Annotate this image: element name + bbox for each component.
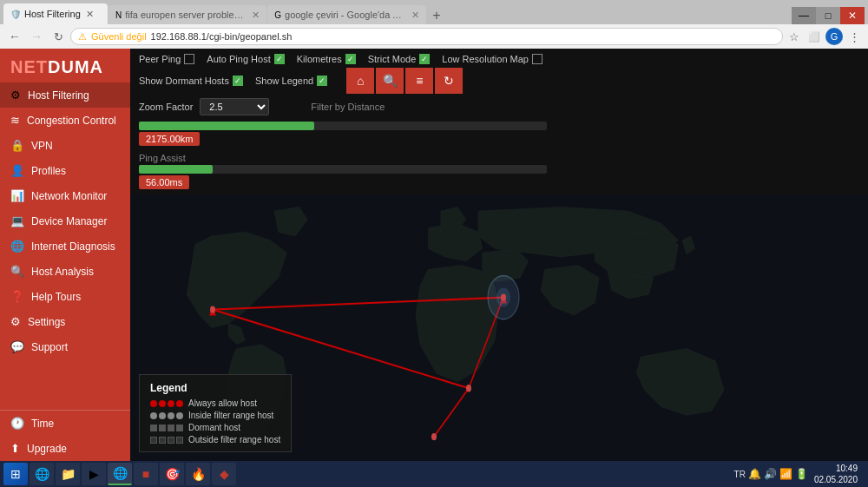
internet-diagnosis-icon: 🌐 bbox=[10, 240, 24, 253]
menu-button[interactable]: ⋮ bbox=[845, 28, 863, 45]
show-dormant-hosts-label: Show Dormant Hosts bbox=[139, 76, 229, 86]
sidebar-item-network-monitor[interactable]: 📊 Network Monitor bbox=[0, 183, 130, 208]
zoom-select[interactable]: 2.5 bbox=[200, 98, 269, 115]
distance-slider-track[interactable] bbox=[139, 122, 547, 130]
svg-point-9 bbox=[210, 306, 215, 313]
host-analysis-label: Host Analysis bbox=[31, 266, 94, 278]
sidebar-item-help-tours[interactable]: ❓ Help Tours bbox=[0, 284, 130, 309]
search-action-button[interactable]: 🔍 bbox=[376, 68, 404, 94]
table-action-button[interactable]: ≡ bbox=[405, 68, 433, 94]
taskbar-item-chrome[interactable]: 🌐 bbox=[108, 463, 132, 485]
browser-chrome: 🛡️ Host Filtering ✕ N fifa europen serve… bbox=[0, 0, 868, 49]
home-action-button[interactable]: ⌂ bbox=[346, 68, 374, 94]
svg-point-8 bbox=[501, 293, 506, 300]
tab-favicon-1: 🛡️ bbox=[10, 10, 21, 19]
auto-ping-host-checkbox[interactable]: ✓ bbox=[274, 54, 285, 64]
sidebar-item-upgrade[interactable]: ⬆ Upgrade bbox=[0, 436, 130, 461]
refresh-action-button[interactable]: ↻ bbox=[435, 68, 463, 94]
sidebar-item-support[interactable]: 💬 Support bbox=[0, 334, 130, 359]
legend-item-inside-filter: Inside filter range host bbox=[150, 411, 280, 420]
legend-dots-outside-filter bbox=[150, 437, 183, 444]
auto-ping-host-control: Auto Ping Host ✓ bbox=[207, 54, 284, 64]
strict-mode-checkbox[interactable]: ✓ bbox=[419, 54, 430, 64]
upgrade-icon: ⬆ bbox=[10, 442, 20, 455]
taskbar-item-app4[interactable]: ◆ bbox=[212, 463, 236, 485]
congestion-control-label: Congestion Control bbox=[27, 115, 116, 127]
new-tab-button[interactable]: + bbox=[427, 7, 446, 24]
zoom-row: Zoom Factor 2.5 Filter by Distance bbox=[130, 95, 868, 118]
support-label: Support bbox=[31, 341, 68, 353]
main-layout: NETDUMA ⚙ Host Filtering ≋ Congestion Co… bbox=[0, 49, 868, 461]
tab-favicon-2: N bbox=[115, 10, 122, 20]
taskbar-item-folder[interactable]: 📁 bbox=[56, 463, 80, 485]
distance-slider-area: 2175.00km bbox=[130, 120, 868, 148]
legend-dots-dormant bbox=[150, 424, 183, 431]
maximize-button[interactable]: □ bbox=[816, 7, 840, 24]
sidebar-item-device-manager[interactable]: 💻 Device Manager bbox=[0, 208, 130, 234]
show-legend-checkbox[interactable]: ✓ bbox=[317, 76, 327, 86]
legend-dots-always-allow bbox=[150, 400, 183, 407]
device-manager-icon: 💻 bbox=[10, 214, 24, 227]
settings-icon: ⚙ bbox=[10, 315, 21, 328]
help-tours-label: Help Tours bbox=[31, 291, 81, 303]
ping-slider-fill bbox=[139, 165, 213, 174]
sidebar-item-time[interactable]: 🕐 Time bbox=[0, 411, 130, 436]
tab-label-1: Host Filtering bbox=[24, 9, 81, 19]
start-button[interactable]: ⊞ bbox=[3, 463, 28, 485]
time-label: Time bbox=[31, 418, 54, 430]
tab-close-2[interactable]: ✕ bbox=[252, 10, 260, 21]
controls-row2: Show Dormant Hosts ✓ Show Legend ✓ ⌂ 🔍 ≡… bbox=[139, 68, 859, 94]
tab-label-2: fifa europen server problem - C... bbox=[125, 10, 247, 20]
taskbar-item-media[interactable]: ▶ bbox=[82, 463, 106, 485]
address-bar[interactable]: ⚠ Güvenli değil 192.168.88.1/cgi-bin/geo… bbox=[70, 28, 783, 45]
action-buttons: ⌂ 🔍 ≡ ↻ bbox=[346, 68, 463, 94]
map-area: Legend Always allow host bbox=[130, 194, 868, 461]
tray-icon-battery: 🔋 bbox=[795, 468, 808, 480]
network-monitor-icon: 📊 bbox=[10, 189, 24, 202]
sidebar-item-host-analysis[interactable]: 🔍 Host Analysis bbox=[0, 259, 130, 284]
show-dormant-hosts-checkbox[interactable]: ✓ bbox=[233, 76, 243, 86]
windows-logo-icon: ⊞ bbox=[10, 467, 21, 481]
taskbar-item-ie[interactable]: 🌐 bbox=[30, 463, 54, 485]
app2-icon: 🎯 bbox=[165, 467, 180, 481]
taskbar-item-red1[interactable]: ■ bbox=[134, 463, 158, 485]
tab-close-3[interactable]: ✕ bbox=[411, 10, 419, 21]
tab-google[interactable]: G google çeviri - Google'da Ara ✕ bbox=[267, 5, 426, 24]
sidebar-item-internet-diagnosis[interactable]: 🌐 Internet Diagnosis bbox=[0, 234, 130, 259]
sidebar-item-congestion-control[interactable]: ≋ Congestion Control bbox=[0, 108, 130, 133]
profiles-icon: 👤 bbox=[10, 164, 24, 177]
upgrade-label: Upgrade bbox=[27, 443, 67, 455]
chrome-icon: 🌐 bbox=[113, 466, 128, 480]
tab-fifa[interactable]: N fifa europen server problem - C... ✕ bbox=[108, 5, 266, 24]
sidebar-item-profiles[interactable]: 👤 Profiles bbox=[0, 158, 130, 183]
close-button[interactable]: ✕ bbox=[840, 7, 865, 24]
taskbar-item-app3[interactable]: 🔥 bbox=[186, 463, 210, 485]
tab-host-filtering[interactable]: 🛡️ Host Filtering ✕ bbox=[3, 3, 108, 24]
svg-point-11 bbox=[431, 433, 437, 440]
extensions-button[interactable]: ⬜ bbox=[806, 28, 823, 45]
kilometres-checkbox[interactable]: ✓ bbox=[345, 54, 356, 64]
legend-item-dormant: Dormant host bbox=[150, 423, 280, 432]
tray-icon-network: 📶 bbox=[779, 468, 792, 480]
minimize-button[interactable]: — bbox=[792, 7, 816, 24]
legend-dots-inside-filter bbox=[150, 412, 183, 419]
peer-ping-checkbox[interactable] bbox=[184, 54, 194, 64]
low-resolution-map-checkbox[interactable] bbox=[532, 54, 542, 64]
taskbar-item-app2[interactable]: 🎯 bbox=[160, 463, 184, 485]
bookmark-button[interactable]: ☆ bbox=[786, 28, 803, 45]
settings-label: Settings bbox=[28, 316, 65, 328]
sidebar-item-host-filtering[interactable]: ⚙ Host Filtering bbox=[0, 82, 130, 108]
logo-duma: DUMA bbox=[48, 57, 103, 76]
system-tray: TR 🔔 🔊 📶 🔋 10:49 02.05.2020 bbox=[731, 463, 865, 485]
refresh-nav-button[interactable]: ↻ bbox=[49, 28, 68, 45]
sidebar-item-settings[interactable]: ⚙ Settings bbox=[0, 309, 130, 334]
ping-value-label: 56.00ms bbox=[139, 175, 189, 189]
show-dormant-hosts-control: Show Dormant Hosts ✓ bbox=[139, 76, 243, 86]
tab-close-1[interactable]: ✕ bbox=[86, 9, 94, 20]
taskbar: ⊞ 🌐 📁 ▶ 🌐 ■ 🎯 🔥 ◆ TR 🔔 🔊 📶 🔋 10:49 02.05… bbox=[0, 461, 868, 487]
sidebar-item-vpn[interactable]: 🔒 VPN bbox=[0, 133, 130, 158]
forward-button[interactable]: → bbox=[27, 28, 46, 45]
back-button[interactable]: ← bbox=[5, 28, 24, 45]
profile-button[interactable]: G bbox=[825, 28, 843, 45]
ping-slider-track[interactable] bbox=[139, 165, 547, 174]
